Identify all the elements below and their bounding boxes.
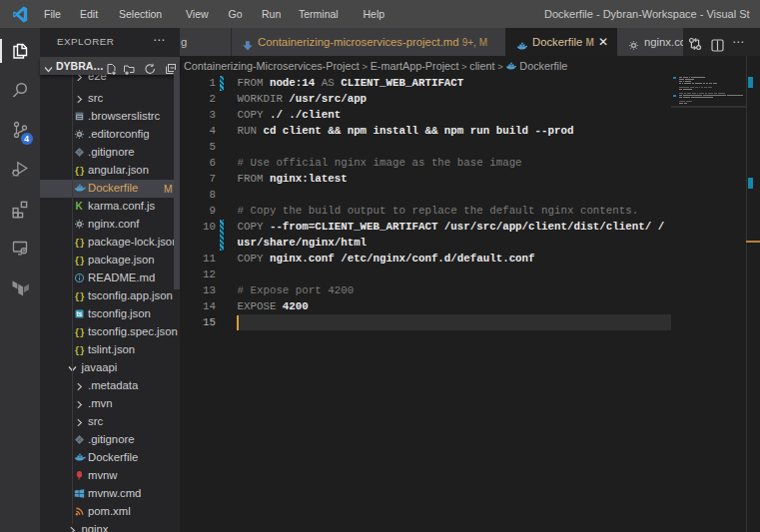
svg-text:K: K <box>76 201 84 212</box>
svg-text:{}: {} <box>75 346 85 355</box>
svg-text:ts: ts <box>76 310 82 317</box>
svg-text:{}: {} <box>75 292 85 301</box>
svg-text:{}: {} <box>75 257 85 266</box>
svg-text:{}: {} <box>75 167 85 176</box>
svg-text:{}: {} <box>75 328 85 337</box>
svg-text:{}: {} <box>75 239 85 248</box>
